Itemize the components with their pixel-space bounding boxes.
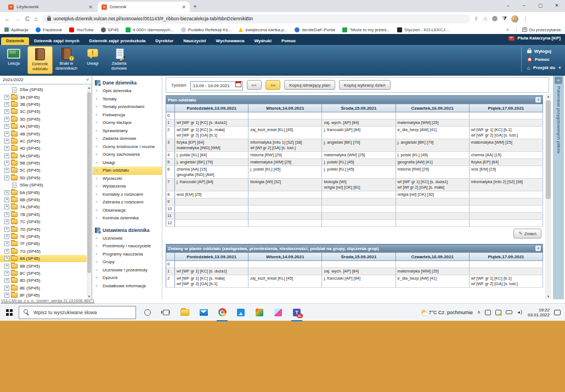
taskbar-icon-file-explorer[interactable] (176, 304, 194, 321)
class-tree-item-7g-sp45[interactable]: +7G (SP45) (0, 248, 87, 255)
tray-chevron-icon[interactable]: ∧ (477, 310, 481, 315)
class-tree-item-6b-sp45[interactable]: +6B (SP45) (0, 196, 87, 203)
class-tree-item-7f-sp45[interactable]: +7F (SP45) (0, 240, 87, 247)
class-tree-item-4c-sp45[interactable]: +4C (SP45) (0, 138, 87, 145)
bookmark-4-000-darmowych[interactable]: 4 000+ darmowych... (126, 27, 173, 32)
browser-tab-dziennik[interactable]: ≡ Dziennik ✕ (98, 2, 190, 12)
ssl-lock-icon[interactable] (47, 18, 51, 21)
lesson-cell[interactable]: wf [WF gr 1] [KC] [b.1]wf [WF gr 2] [GA]… (469, 127, 543, 139)
expand-icon[interactable]: + (4, 293, 9, 298)
lesson-cell[interactable]: wf [WF gr 1] [KC] [s. duża1] (175, 120, 248, 127)
next-week-button[interactable]: >> (265, 80, 280, 90)
taskbar-icon-photos[interactable] (231, 304, 250, 321)
user-menu-wyloguj[interactable]: Wyloguj (527, 47, 562, 55)
expand-icon[interactable]: + (4, 161, 9, 166)
home-icon[interactable]: ⌂ (34, 16, 38, 22)
lesson-cell[interactable] (248, 120, 322, 127)
extension-icon[interactable] (492, 16, 498, 21)
scroll-up-icon[interactable]: ▲ (87, 86, 92, 90)
menu-item-dyżurni[interactable]: »Dyżurni (93, 274, 162, 282)
lesson-cell[interactable] (175, 213, 248, 220)
new-tab-button[interactable]: + (193, 3, 197, 10)
bookmark-styczeń-ko-lekcj[interactable]: Styczeń - KO-LEKCJ... (397, 27, 449, 32)
class-tree-item-7b-sp45[interactable]: +7B (SP45) (0, 211, 87, 218)
menu-item-zebrania-z-rodzicami[interactable]: »Zebrania z rodzicami (93, 198, 162, 207)
class-tree-item-5c-sp45[interactable]: +5C (SP45) (0, 167, 87, 174)
ribbon-tab-pomoc[interactable]: Pomoc (276, 37, 301, 45)
expand-icon[interactable]: + (4, 190, 9, 195)
class-tree-item-8b-sp45[interactable]: +8B (SP45) (0, 262, 87, 269)
menu-item-uwagi[interactable]: »Uwagi (93, 159, 162, 167)
lesson-cell[interactable]: fizyka [EP] [64] (469, 159, 543, 166)
lesson-cell[interactable] (469, 120, 543, 127)
lesson-cell[interactable]: fizyka [EP] [64]matematyka [IND] [WM] (175, 139, 248, 152)
lesson-cell[interactable]: informatyka [Info 1] [SZ] [38]wf [Wf gr … (248, 139, 322, 152)
taskbar-icon-cortana[interactable] (138, 304, 157, 321)
ribbon-tab-dziennik-zajęć-innych[interactable]: Dziennik zajęć innych (29, 37, 84, 45)
lesson-cell[interactable]: historia [RW] [29] (396, 166, 469, 179)
lesson-cell[interactable] (396, 220, 469, 227)
expand-icon[interactable]: + (4, 175, 9, 180)
lesson-cell[interactable] (322, 220, 396, 227)
lesson-cell[interactable]: j. angielski [BK] [79] (396, 139, 469, 152)
class-tree-item-4b-sp45[interactable]: +4B (SP45) (0, 130, 87, 137)
class-tree-item-8d-sp45[interactable]: +8D (SP45) (0, 277, 87, 284)
taskbar-icon-chrome[interactable] (213, 304, 231, 321)
lesson-cell[interactable] (175, 206, 248, 213)
lesson-cell[interactable]: wf [WF gr 1] [KC] [s. mała]wf [WF gr 2] … (175, 275, 248, 288)
expand-icon[interactable]: + (4, 109, 9, 114)
menu-item-kontrola-dziennika[interactable]: »Kontrola dziennika (93, 214, 162, 223)
menu-item-plan-oddziału[interactable]: »Plan oddziału (93, 167, 162, 175)
lesson-cell[interactable] (469, 112, 543, 120)
lesson-cell[interactable] (396, 213, 469, 220)
downloads-side-panel[interactable]: « Pobieranie przygotowanych plików (553, 76, 564, 299)
lesson-cell[interactable]: matematyka [WM] [25] (396, 268, 469, 275)
expand-icon[interactable]: + (4, 219, 9, 224)
lesson-cell[interactable]: zaj_kszt_kreat [KL] [45] (248, 127, 322, 139)
screen-share-icon[interactable] (495, 310, 501, 315)
window-close-button[interactable]: ✕ (549, 0, 565, 11)
class-tree-item-2św-sp45[interactable]: 2Św (SP45) (0, 86, 87, 93)
bookmark-facebook[interactable]: Facebook (36, 27, 62, 32)
tree-scrollbar-thumb[interactable] (87, 92, 91, 273)
expand-icon[interactable]: + (4, 278, 9, 283)
lesson-cell[interactable]: j. angielski [BK] [79] (322, 139, 396, 152)
tab-close-icon[interactable]: ✕ (182, 4, 186, 10)
lesson-cell[interactable]: wf [WF gr 1] [KC] [s. mała]wf [WF gr 2] … (175, 127, 248, 139)
lesson-cell[interactable]: j. polski [KL] [84] (175, 152, 248, 159)
class-tree-item-3c-sp45[interactable]: +3C (SP45) (0, 108, 87, 115)
lesson-cell[interactable]: j. polski [KL] [45] (322, 159, 396, 166)
expand-icon[interactable]: + (4, 132, 9, 137)
class-tree-item-3b-sp45[interactable]: +3B (SP45) (0, 101, 87, 108)
reading-list-button[interactable]: Do przeczytania (516, 27, 561, 32)
volume-icon[interactable] (517, 310, 523, 315)
expand-icon[interactable]: + (4, 264, 9, 269)
lesson-cell[interactable] (469, 268, 543, 275)
menu-item-wycieczki[interactable]: »Wycieczki (93, 175, 162, 183)
expand-icon[interactable]: + (4, 124, 9, 129)
expand-icon[interactable]: + (4, 168, 9, 173)
content-scrollbar[interactable]: ▲ ▼ (545, 94, 551, 299)
tab-close-icon[interactable]: ✕ (88, 4, 93, 10)
expand-icon[interactable]: + (4, 271, 9, 276)
scroll-up-icon[interactable]: ▲ (545, 94, 551, 99)
ribbon-tab-nauczyciel[interactable]: Nauczyciel (178, 37, 211, 45)
expand-icon[interactable]: + (4, 146, 9, 151)
start-button[interactable] (0, 304, 19, 321)
lesson-cell[interactable]: j. francuski [AP] [84] (322, 127, 396, 139)
lesson-cell[interactable]: j. angielski [BK] [79] (175, 159, 248, 166)
lesson-cell[interactable] (322, 213, 396, 220)
lesson-cell[interactable]: zaj. wych. [AP] [84] (322, 120, 396, 127)
lesson-cell[interactable]: informatyka [Info 2] [SZ] [38] (469, 179, 543, 191)
menu-item-sprawdziany[interactable]: »Sprawdziany (93, 127, 162, 135)
expand-icon[interactable]: + (4, 197, 9, 202)
menu-item-dodatkowe-informacje[interactable]: »Dodatkowe informacje (93, 282, 162, 291)
weather-widget[interactable]: 7°C Cz. pochmurnie (421, 310, 473, 315)
calendar-icon[interactable] (235, 81, 241, 87)
lesson-cell[interactable] (469, 206, 543, 213)
menu-item-przedmioty-i-nauczyciele[interactable]: »Przedmioty i nauczyciele (93, 242, 162, 251)
class-tree-item-6a-sp45[interactable]: +6A (SP45) (0, 189, 87, 196)
menu-item-tematy[interactable]: »Tematy (93, 95, 162, 104)
class-tree-item-7e-sp45[interactable]: +7E (SP45) (0, 233, 87, 240)
class-tree-item-4a-sp45[interactable]: +4A (SP45) (0, 123, 87, 130)
